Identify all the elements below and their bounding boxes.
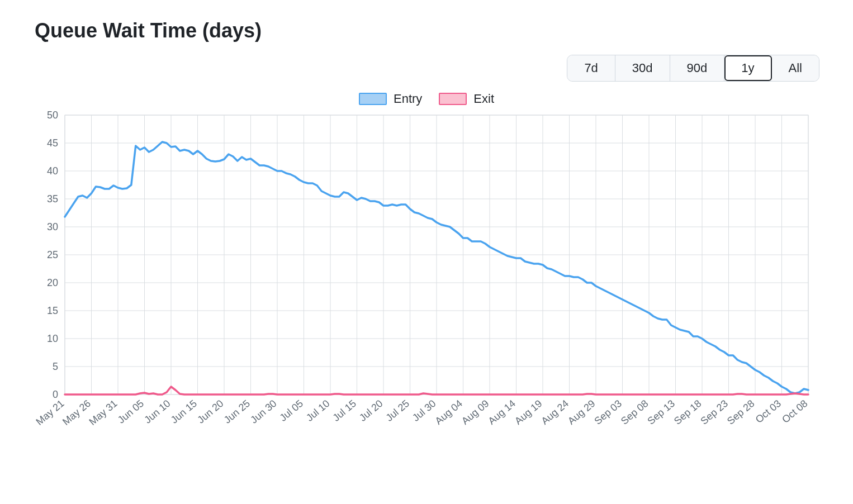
svg-text:Sep 18: Sep 18 xyxy=(672,398,704,427)
legend-swatch-exit xyxy=(439,93,467,105)
svg-text:Jul 20: Jul 20 xyxy=(357,398,385,424)
svg-text:45: 45 xyxy=(47,137,58,149)
chart-title: Queue Wait Time (days) xyxy=(35,19,819,42)
legend: Entry Exit xyxy=(34,92,819,106)
svg-text:50: 50 xyxy=(47,110,58,121)
svg-text:15: 15 xyxy=(47,305,58,316)
svg-text:Aug 29: Aug 29 xyxy=(566,398,598,427)
svg-text:Jun 05: Jun 05 xyxy=(116,398,146,426)
svg-text:Sep 13: Sep 13 xyxy=(646,398,677,427)
svg-text:Sep 23: Sep 23 xyxy=(699,398,731,427)
range-button-30d[interactable]: 30d xyxy=(615,55,670,81)
svg-text:Aug 24: Aug 24 xyxy=(539,398,571,427)
svg-text:Jun 30: Jun 30 xyxy=(248,398,278,426)
svg-text:25: 25 xyxy=(47,249,58,260)
svg-text:Aug 09: Aug 09 xyxy=(459,398,491,427)
range-button-all[interactable]: All xyxy=(772,55,819,81)
svg-text:Jul 25: Jul 25 xyxy=(383,398,411,424)
range-selector: 7d30d90d1yAll xyxy=(567,55,819,82)
range-button-90d[interactable]: 90d xyxy=(670,55,725,81)
legend-label-exit: Exit xyxy=(473,92,494,106)
legend-item-exit[interactable]: Exit xyxy=(439,92,494,106)
chart-svg: 05101520253035404550May 21May 26May 31Ju… xyxy=(34,110,819,456)
svg-text:40: 40 xyxy=(47,165,58,177)
legend-swatch-entry xyxy=(359,93,387,105)
svg-text:Aug 19: Aug 19 xyxy=(513,398,544,427)
svg-text:35: 35 xyxy=(47,193,58,205)
svg-text:May 26: May 26 xyxy=(60,398,93,427)
svg-text:May 31: May 31 xyxy=(87,398,119,427)
svg-text:Sep 08: Sep 08 xyxy=(619,398,651,427)
range-button-7d[interactable]: 7d xyxy=(567,55,615,81)
svg-text:Jun 20: Jun 20 xyxy=(195,398,225,426)
svg-text:Jun 10: Jun 10 xyxy=(142,398,172,426)
svg-text:Jul 10: Jul 10 xyxy=(304,398,332,424)
svg-text:Jun 25: Jun 25 xyxy=(222,398,252,426)
chart-area: 05101520253035404550May 21May 26May 31Ju… xyxy=(34,110,819,456)
range-button-1y[interactable]: 1y xyxy=(724,55,771,81)
svg-text:20: 20 xyxy=(47,277,58,288)
svg-text:Oct 03: Oct 03 xyxy=(754,398,783,425)
svg-text:Jun 15: Jun 15 xyxy=(169,398,199,426)
svg-text:0: 0 xyxy=(53,389,58,400)
svg-text:Oct 08: Oct 08 xyxy=(780,398,809,425)
svg-text:Sep 28: Sep 28 xyxy=(725,398,757,427)
legend-label-entry: Entry xyxy=(394,92,422,106)
svg-text:10: 10 xyxy=(47,333,58,344)
svg-text:Aug 04: Aug 04 xyxy=(433,398,465,427)
svg-text:May 21: May 21 xyxy=(34,398,66,427)
svg-text:5: 5 xyxy=(53,361,58,372)
legend-item-entry[interactable]: Entry xyxy=(359,92,422,106)
svg-text:Jul 05: Jul 05 xyxy=(277,398,305,424)
svg-text:Jul 15: Jul 15 xyxy=(330,398,358,424)
svg-text:Sep 03: Sep 03 xyxy=(593,398,624,427)
svg-text:30: 30 xyxy=(47,221,58,232)
range-selector-row: 7d30d90d1yAll xyxy=(34,55,819,82)
svg-text:Aug 14: Aug 14 xyxy=(486,398,518,427)
